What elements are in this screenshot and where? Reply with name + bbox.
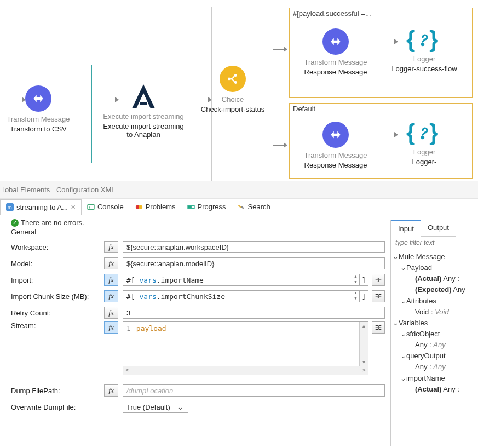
tab-input[interactable]: Input [391, 220, 421, 237]
svg-point-15 [139, 205, 142, 209]
node-subtitle: Check-import-status [197, 105, 268, 114]
svg-text:{: { [406, 119, 415, 145]
fx-button[interactable]: fx [104, 321, 118, 334]
logger-icon: { } [406, 26, 442, 53]
node-response-msg-1[interactable]: Transform Message Response Message [295, 28, 377, 76]
svg-text:}: } [429, 26, 438, 52]
tab-console[interactable]: Console [82, 199, 130, 214]
node-subtitle: Transform to CSV [0, 125, 82, 134]
svg-marker-0 [132, 84, 155, 108]
mule-icon: m [6, 203, 14, 211]
fx-button[interactable]: fx [104, 290, 118, 302]
node-title: Logger [389, 55, 460, 64]
stream-code-editor[interactable]: 1 payload ▲▼ <> [123, 321, 368, 375]
datasense-panel: Input Output ⌄Mule Message ⌄Payload (Act… [390, 220, 478, 446]
stepper[interactable]: ▲▼ [352, 274, 360, 286]
bracket-close: ] [360, 274, 368, 286]
scrollbar-horizontal[interactable]: <> [123, 366, 368, 375]
node-subtitle: Logger- [389, 158, 460, 166]
tab-configuration-xml[interactable]: Configuration XML [56, 186, 116, 194]
retry-field[interactable] [123, 307, 385, 319]
node-response-msg-2[interactable]: Transform Message Response Message [295, 122, 377, 169]
tab-label: Console [97, 203, 124, 211]
filter-input[interactable] [395, 239, 478, 246]
tab-label: Problems [146, 203, 176, 211]
problems-icon [135, 203, 143, 211]
svg-rect-13 [88, 204, 94, 209]
map-icon [375, 292, 382, 300]
flashlight-icon [238, 203, 245, 211]
import-label: Import: [11, 276, 104, 284]
map-icon [375, 324, 382, 331]
progress-icon [187, 203, 195, 211]
metadata-tree[interactable]: ⌄Mule Message ⌄Payload (Actual) Any : (E… [391, 249, 478, 397]
svg-text:m: m [8, 204, 12, 210]
tab-output[interactable]: Output [421, 220, 456, 237]
node-title: Execute import streaming [100, 112, 187, 121]
overwrite-dropdown[interactable]: True (Default) ⌄ [123, 401, 188, 413]
fx-button[interactable]: fx [104, 241, 118, 253]
node-execute-import[interactable]: Execute import streaming Execute import … [100, 81, 187, 139]
node-title: Logger [389, 148, 460, 157]
import-field[interactable]: #[ vars.importName [123, 274, 352, 286]
node-choice[interactable]: Choice Check-import-status [197, 66, 268, 113]
tab-global-elements[interactable]: lobal Elements [3, 186, 50, 194]
view-tabs: m streaming to A... ✕ Console Problems P… [0, 199, 478, 215]
node-subtitle: Response Message [295, 161, 377, 170]
node-subtitle: Logger-success-flow [389, 65, 460, 73]
node-logger-success[interactable]: { } Logger Logger-success-flow [389, 24, 460, 73]
section-label: General [11, 228, 385, 236]
dump-field[interactable] [123, 384, 385, 397]
chunk-field[interactable]: #[ vars.importChunkSize [123, 290, 352, 302]
tab-label: streaming to A... [16, 203, 68, 211]
map-button[interactable] [372, 321, 385, 334]
overwrite-label: Overwrite DumpFile: [11, 403, 104, 411]
anaplan-logo-icon [128, 82, 159, 111]
tab-label: Progress [198, 203, 226, 211]
check-icon: ✓ [11, 219, 19, 227]
node-title: Transform Message [0, 115, 82, 124]
node-title: Transform Message [295, 58, 377, 67]
map-button[interactable] [372, 290, 385, 302]
logger-icon: { } [406, 119, 442, 146]
svg-point-2 [228, 78, 231, 81]
fx-button[interactable]: fx [104, 274, 118, 286]
retry-label: Retry Count: [11, 309, 104, 317]
branch-condition: Default [293, 105, 315, 113]
flow-canvas[interactable]: Transform Message Transform to CSV Execu… [0, 0, 478, 181]
node-title: Transform Message [295, 151, 377, 160]
svg-rect-18 [241, 206, 244, 209]
node-title: Choice [197, 95, 268, 104]
dropdown-value: True (Default) [126, 403, 170, 411]
tab-streaming[interactable]: m streaming to A... ✕ [0, 199, 82, 215]
scrollbar-vertical[interactable]: ▲▼ [359, 322, 368, 366]
svg-rect-1 [140, 102, 147, 105]
node-logger-default[interactable]: { } Logger Logger- [389, 117, 460, 166]
node-subtitle: Response Message [295, 68, 377, 77]
choice-icon [226, 72, 240, 86]
tab-problems[interactable]: Problems [130, 199, 182, 214]
tab-search[interactable]: Search [232, 199, 277, 214]
model-label: Model: [11, 260, 104, 268]
workspace-field[interactable] [123, 241, 385, 253]
model-field[interactable] [123, 257, 385, 269]
transform-icon [329, 35, 343, 49]
chunk-label: Import Chunk Size (MB): [11, 292, 104, 301]
map-icon [375, 276, 382, 284]
stream-label: Stream: [11, 321, 104, 330]
node-transform-csv[interactable]: Transform Message Transform to CSV [0, 85, 82, 133]
fx-button[interactable]: fx [104, 257, 118, 269]
tab-progress[interactable]: Progress [182, 199, 232, 214]
svg-text:{: { [406, 26, 415, 52]
editor-bottom-tabs: lobal Elements Configuration XML [0, 181, 478, 199]
close-icon[interactable]: ✕ [71, 204, 76, 211]
workspace-label: Workspace: [11, 243, 104, 251]
transform-icon [31, 91, 45, 106]
transform-icon [329, 128, 343, 142]
fx-button[interactable]: fx [104, 307, 118, 319]
dump-label: Dump FilePath: [11, 387, 104, 395]
map-button[interactable] [372, 274, 385, 286]
stepper[interactable]: ▲▼ [352, 290, 360, 302]
fx-button[interactable]: fx [104, 384, 118, 397]
svg-rect-17 [188, 206, 191, 208]
